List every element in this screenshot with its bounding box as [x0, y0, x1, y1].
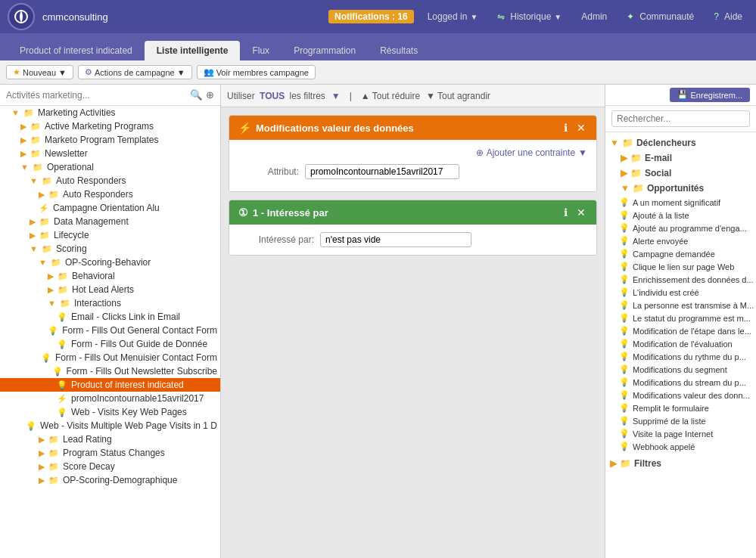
trigger-icon: 💡	[41, 353, 51, 363]
list-item[interactable]: 💡Clique le lien sur page Web	[605, 260, 756, 273]
list-item[interactable]: ▼ 📁 Operational	[0, 160, 220, 174]
list-item[interactable]: ▼ 📁 Auto Responders	[0, 174, 220, 188]
list-item[interactable]: 💡Le statut du programme est m...	[605, 312, 756, 324]
list-item[interactable]: 💡Ajouté à la liste	[605, 209, 756, 222]
list-item[interactable]: ▶ 📁 Data Management	[0, 215, 220, 228]
folder-yellow-icon: 📁	[48, 435, 59, 445]
tout-agrandir-button[interactable]: ▼ Tout agrandir	[426, 91, 490, 101]
info-button[interactable]: ℹ	[562, 122, 569, 134]
list-item[interactable]: 💡 Form - Fills Out Menuisier Contact For…	[0, 351, 220, 364]
list-item[interactable]: 💡A un moment significatif	[605, 196, 756, 209]
list-item[interactable]: 💡Modifications du stream du p...	[605, 376, 756, 389]
list-item[interactable]: 💡Modification de l'étape dans le...	[605, 324, 756, 337]
list-item[interactable]: ▶ 📁 Active Marketing Programs	[0, 119, 220, 133]
trigger-icon: 💡	[619, 313, 630, 323]
list-item[interactable]: ▼ 📁 OP-Scoring-Behavior	[0, 256, 220, 269]
list-item[interactable]: 💡Visite la page Internet	[605, 427, 756, 440]
list-item[interactable]: 💡 Web - Visits Multiple Web Page Visits …	[0, 419, 220, 432]
list-item[interactable]: 💡Webhook appelé	[605, 440, 756, 453]
section-header-social[interactable]: ▶ 📁 Social	[605, 166, 756, 181]
close-button[interactable]: ✕	[575, 122, 587, 134]
list-item[interactable]: 💡La personne est transmise à M...	[605, 299, 756, 312]
list-item[interactable]: ▶ 📁 Program Status Changes	[0, 446, 220, 460]
expand-icon: ▼	[48, 299, 56, 308]
list-item[interactable]: 💡 Form - Fills Out Newsletter Subscribe	[0, 364, 220, 378]
list-item[interactable]: ▶ 📁 Behavioral	[0, 269, 220, 283]
list-item[interactable]: ⚡ promoIncontournable15avril2017	[0, 392, 220, 405]
list-item[interactable]: 💡Remplit le formulaire	[605, 401, 756, 414]
tab-product-of-interest[interactable]: Product of interest indicated	[8, 41, 145, 60]
list-item[interactable]: ▶ 📁 Marketo Program Templates	[0, 133, 220, 147]
tree-item-label: Active Marketing Programs	[45, 121, 154, 132]
communaute-menu[interactable]: ✦ Communauté	[621, 8, 700, 25]
list-item[interactable]: ▼ 📁 Marketing Activities	[0, 106, 220, 119]
attribut-select[interactable]: promoIncontournable15avril2017	[305, 164, 459, 179]
logged-in-menu[interactable]: Logged in ▼	[422, 8, 484, 25]
list-item[interactable]: 💡Modifications du rythme du p...	[605, 350, 756, 363]
top-nav: cmmconsulting Notifications : 16 Logged …	[0, 0, 756, 33]
list-item[interactable]: ▶ 📁 Lead Rating	[0, 432, 220, 446]
list-item[interactable]: ▶ 📁 OP-Scoring-Demographique	[0, 473, 220, 487]
list-item[interactable]: 💡 Form - Fills Out General Contact Form	[0, 324, 220, 337]
list-item[interactable]: 💡Supprimé de la liste	[605, 414, 756, 427]
list-item[interactable]: 💡Alerte envoyée	[605, 234, 756, 247]
actions-campagne-button[interactable]: ⚙ Actions de campagne ▼	[78, 65, 192, 79]
tab-liste-intelligente[interactable]: Liste intelligente	[145, 41, 241, 60]
list-item[interactable]: 💡 Email - Clicks Link in Email	[0, 310, 220, 324]
nouveau-button[interactable]: ★ Nouveau ▼	[6, 65, 73, 79]
list-item-active[interactable]: 💡 Product of interest indicated	[0, 378, 220, 392]
tree-item-label: Auto Responders	[56, 175, 126, 186]
folder-yellow-icon: 📁	[39, 217, 50, 227]
admin-menu[interactable]: Admin	[575, 8, 613, 25]
chevron-down-icon: ▼	[470, 13, 478, 21]
list-item[interactable]: ▶ 📁 Auto Responders	[0, 188, 220, 201]
historique-menu[interactable]: ⇋ Historique ▼	[491, 8, 568, 25]
close-button[interactable]: ✕	[575, 206, 587, 219]
info-button[interactable]: ℹ	[562, 206, 569, 219]
list-item[interactable]: ▶ 📁 Score Decay	[0, 460, 220, 473]
list-item[interactable]: 💡L'individu est créé	[605, 286, 756, 299]
section-header-email[interactable]: ▶ 📁 E-mail	[605, 150, 756, 166]
aide-menu[interactable]: ? Aide	[708, 8, 748, 25]
attribut-row: Attribut: promoIncontournable15avril2017	[238, 164, 587, 179]
list-item[interactable]: 💡Modifications valeur des donn...	[605, 389, 756, 401]
search-icon: 🔍	[190, 89, 203, 101]
folder-yellow-icon: 📁	[622, 138, 633, 148]
list-item[interactable]: 💡Modification de l'évaluation	[605, 337, 756, 350]
list-item[interactable]: 💡Enrichissement des données d...	[605, 273, 756, 286]
section-header-declencheurs[interactable]: ▼ 📁 Déclencheurs	[605, 135, 756, 150]
list-item[interactable]: 💡 Web - Visits Key Web Pages	[0, 405, 220, 419]
expand-button[interactable]: ⊕	[206, 89, 214, 101]
tree-item-label: Newsletter	[45, 148, 88, 159]
trigger-icon: 💡	[619, 326, 630, 336]
section-header-opportunites[interactable]: ▼ 📁 Opportunités	[605, 181, 756, 196]
trigger-icon: 💡	[57, 312, 67, 322]
chevron-down-icon: ▼	[554, 13, 562, 21]
tab-flux[interactable]: Flux	[240, 41, 282, 60]
trigger-icon: 💡	[619, 403, 630, 413]
list-item[interactable]: 💡Campagne demandée	[605, 247, 756, 260]
voir-membres-button[interactable]: 👥 Voir membres campagne	[197, 65, 316, 79]
tab-resultats[interactable]: Résultats	[368, 41, 430, 60]
search-button[interactable]: 🔍	[190, 89, 203, 101]
save-button[interactable]: 💾 Enregistrem...	[670, 88, 750, 102]
list-item[interactable]: 💡Modifications du segment	[605, 363, 756, 376]
list-item[interactable]: ▶ 📁 Hot Lead Alerts	[0, 283, 220, 296]
card-title-left: ⚡ Modifications valeur des données	[238, 122, 414, 134]
list-item[interactable]: ▼ 📁 Interactions	[0, 296, 220, 310]
list-item[interactable]: 💡Ajouté au programme d'enga...	[605, 222, 756, 234]
list-item[interactable]: ▼ 📁 Scoring	[0, 242, 220, 256]
tab-programmation[interactable]: Programmation	[282, 41, 368, 60]
list-item[interactable]: 💡 Form - Fills Out Guide de Donnée	[0, 337, 220, 351]
notifications-badge[interactable]: Notifications : 16	[328, 10, 414, 23]
list-item[interactable]: ▶ 📁 Newsletter	[0, 147, 220, 160]
expand-icon: ▶	[30, 231, 36, 240]
interesse-select[interactable]: n'est pas vide	[320, 232, 471, 247]
add-constraint-button[interactable]: ⊕ Ajouter une contrainte ▼	[476, 147, 587, 158]
tout-reduire-button[interactable]: ▲ Tout réduire	[361, 91, 420, 101]
list-item[interactable]: ▶ 📁 Lifecycle	[0, 228, 220, 242]
search-input[interactable]	[6, 90, 187, 101]
right-search-input[interactable]	[611, 110, 750, 127]
list-item[interactable]: ⚡ Campagne Orientation Alu	[0, 201, 220, 215]
section-header-filtres[interactable]: ▶ 📁 Filtres	[605, 456, 756, 471]
